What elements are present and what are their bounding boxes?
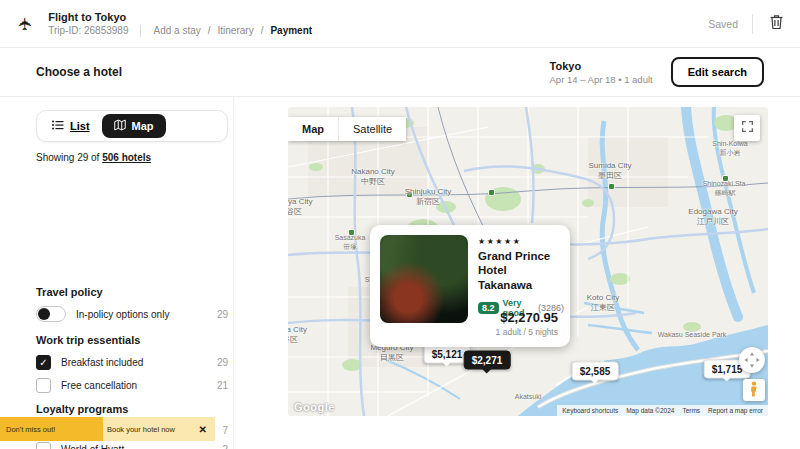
search-summary-bar: Choose a hotel Tokyo Apr 14 – Apr 18 • 1…: [0, 48, 800, 97]
saved-status: Saved: [708, 18, 738, 30]
breadcrumb-separator: /: [261, 25, 264, 36]
hotel-name: Grand Prince Hotel Takanawa: [478, 249, 564, 292]
breadcrumb-add-a-stay[interactable]: Add a stay: [153, 25, 200, 36]
map-data-label: Map data ©2024: [626, 407, 674, 414]
map-view-button[interactable]: Map: [102, 114, 166, 138]
divider: [140, 25, 141, 37]
app-window: ✈ Flight to Tokyo Trip-ID: 26853989 Add …: [0, 0, 800, 449]
map-canvas[interactable]: Shibuya City渋谷区 Nakano City中野区 Shinjuku …: [288, 107, 768, 416]
station-icon: [488, 189, 495, 196]
map-view-label: Map: [132, 120, 154, 132]
trash-icon: [769, 14, 784, 33]
hyatt-label: World of Hyatt: [61, 444, 124, 449]
street-view-pegman[interactable]: [743, 379, 765, 401]
station-icon: [406, 191, 413, 198]
divider: [752, 14, 753, 34]
hotel-price-caption: 1 adult / 5 nights: [496, 327, 558, 337]
trip-title: Flight to Tokyo: [48, 11, 312, 23]
destination-label: Tokyo: [550, 60, 653, 72]
hotel-card[interactable]: ★★★★★ Grand Prince Hotel Takanawa 8.2 Ve…: [370, 225, 570, 347]
airplane-icon: ✈: [15, 16, 36, 30]
breakfast-count: 29: [217, 357, 228, 368]
cancellation-count: 21: [217, 380, 228, 391]
work-trip-heading: Work trip essentials: [36, 334, 140, 346]
price-marker-selected[interactable]: $2,271: [464, 351, 511, 370]
promo-banner: Don't miss out! Book your hotel now ✕: [0, 417, 215, 441]
list-view-label: List: [70, 120, 90, 132]
report-error-link[interactable]: Report a map error: [708, 407, 763, 414]
dates-occupancy-label: Apr 14 – Apr 18 • 1 adult: [550, 74, 653, 85]
hotel-photo: [380, 235, 468, 323]
breakfast-label: Breakfast included: [61, 357, 143, 368]
filter-row-breakfast: ✓ Breakfast included 29: [36, 355, 228, 370]
toggle-knob: [38, 308, 50, 320]
fullscreen-button[interactable]: [734, 115, 760, 141]
hyatt-count: 2: [222, 444, 228, 449]
loyalty-heading: Loyalty programs: [36, 403, 128, 415]
list-icon: [52, 120, 64, 132]
hyatt-checkbox[interactable]: [36, 442, 51, 449]
hotel-price: $2,270.95: [496, 310, 558, 325]
in-policy-count: 29: [217, 309, 228, 320]
filter-row-hyatt: World of Hyatt 2: [36, 442, 228, 449]
keyboard-shortcuts-link[interactable]: Keyboard shortcuts: [562, 407, 618, 414]
banner-message-text: Book your hotel now: [107, 425, 175, 434]
results-count-text: Showing 29 of: [36, 152, 102, 163]
travel-policy-heading: Travel policy: [36, 286, 103, 298]
filters-sidebar: List Map Showing 29 of 506 hotels Travel…: [36, 97, 228, 417]
map-type-satellite-button[interactable]: Satellite: [339, 117, 406, 141]
view-toggle: List Map: [36, 110, 228, 142]
google-logo: Google: [294, 401, 335, 413]
station-icon: [348, 229, 355, 236]
results-summary: Showing 29 of 506 hotels: [36, 152, 228, 163]
station-icon: [722, 175, 729, 182]
edit-search-button[interactable]: Edit search: [671, 57, 764, 87]
page-title: Choose a hotel: [36, 65, 122, 79]
delete-trip-button[interactable]: [767, 12, 786, 35]
trip-info: Flight to Tokyo Trip-ID: 26853989 Add a …: [48, 11, 312, 37]
pegman-icon: [748, 381, 760, 400]
breakfast-checkbox[interactable]: ✓: [36, 355, 51, 370]
in-policy-filter-row: In-policy options only 29: [36, 306, 228, 322]
station-icon: [608, 183, 615, 190]
top-bar: ✈ Flight to Tokyo Trip-ID: 26853989 Add …: [0, 0, 800, 48]
breadcrumb-itinerary[interactable]: Itinerary: [218, 25, 254, 36]
cancellation-label: Free cancellation: [61, 380, 137, 391]
banner-highlight-text: Don't miss out!: [6, 425, 55, 434]
map-icon: [114, 119, 126, 133]
marriott-count: 7: [222, 425, 228, 436]
fullscreen-icon: [741, 120, 754, 136]
pan-control[interactable]: [739, 347, 765, 373]
cancellation-checkbox[interactable]: [36, 378, 51, 393]
vertical-divider: [233, 97, 234, 449]
terms-link[interactable]: Terms: [682, 407, 700, 414]
in-policy-toggle[interactable]: [36, 306, 66, 322]
in-policy-label: In-policy options only: [76, 309, 169, 320]
map-attribution: Keyboard shortcuts Map data ©2024 Terms …: [557, 405, 768, 416]
list-view-button[interactable]: List: [40, 115, 102, 137]
map-type-control: Map Satellite: [288, 117, 406, 141]
price-marker[interactable]: $2,585: [572, 362, 619, 381]
check-icon: ✓: [39, 357, 47, 368]
map-type-map-button[interactable]: Map: [288, 117, 338, 141]
trip-id: Trip-ID: 26853989: [48, 25, 128, 36]
pan-arrows-icon: [739, 361, 765, 376]
hotel-star-rating: ★★★★★: [478, 237, 564, 246]
filter-row-cancellation: Free cancellation 21: [36, 378, 228, 393]
hotel-price-block: $2,270.95 1 adult / 5 nights: [496, 310, 558, 337]
banner-close-icon[interactable]: ✕: [199, 424, 207, 435]
breadcrumb-separator: /: [208, 25, 211, 36]
hotels-count-link[interactable]: 506 hotels: [102, 152, 151, 163]
search-summary: Tokyo Apr 14 – Apr 18 • 1 adult: [550, 60, 653, 85]
breadcrumb-payment[interactable]: Payment: [270, 25, 312, 36]
